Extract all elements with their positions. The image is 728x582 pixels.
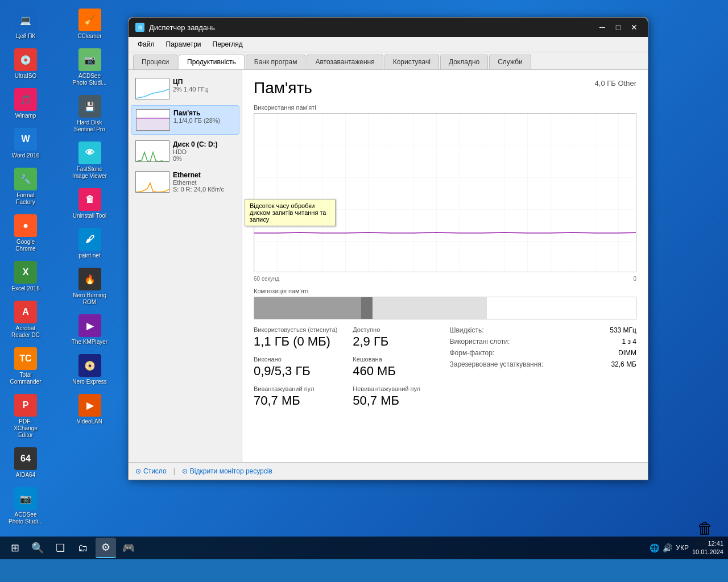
desktop-icon-label-4: Format Factory — [7, 192, 44, 206]
mem-bar-standby — [373, 297, 487, 319]
chart-time-start: 60 секунд — [254, 276, 279, 282]
stat-reserved-label: Зарезервоване устаткування: — [450, 360, 544, 368]
desktop-icon-11[interactable]: 📷ACDSee Photo Studi... — [6, 484, 46, 528]
stat-form-label: Форм-фактор: — [450, 349, 495, 357]
tab-users[interactable]: Користувачі — [384, 55, 439, 69]
desktop-icon-label-7: Acrobat Reader DC — [7, 325, 44, 339]
desktop-icon-img-6: X — [14, 261, 37, 284]
sidebar-item-ethernet[interactable]: Ethernet Ethernet S: 0 R: 24,0 Кбіт/с — [131, 168, 239, 196]
tab-details[interactable]: Докладно — [440, 55, 488, 69]
desktop-icon-label-12: CCleaner — [77, 33, 101, 40]
stat-cached-label: Кешована — [353, 356, 440, 363]
stat-available-value: 2,9 ГБ — [353, 334, 440, 349]
desktop-icon-img-21: ▶ — [78, 394, 101, 417]
cpu-title: ЦП — [173, 78, 208, 86]
network-icon[interactable]: 🌐 — [650, 543, 659, 552]
desktop-icon-img-18: 🔥 — [78, 268, 101, 290]
search-button[interactable]: 🔍 — [27, 538, 48, 558]
system-clock[interactable]: 12:41 10.01.2024 — [692, 539, 723, 557]
open-monitor-button[interactable]: ⊙ Відкрити монітор ресурсів — [182, 467, 272, 475]
desktop-icon-15[interactable]: 👁FastStone Image Viewer — [70, 139, 110, 182]
desktop-icon-19[interactable]: ▶The KMPlayer — [70, 311, 110, 348]
stat-speed-label: Швидкість: — [450, 326, 484, 334]
desktop-icon-img-3: W — [14, 128, 37, 151]
task-view-button[interactable]: ❏ — [50, 538, 71, 558]
desktop-icon-label-6: Excel 2016 — [11, 285, 39, 292]
chart-time-labels: 60 секунд 0 — [254, 275, 636, 283]
panel-subtitle: 4,0 ГБ Other — [595, 79, 636, 88]
desktop-icon-5[interactable]: ●Google Chrome — [6, 211, 46, 255]
menu-file[interactable]: Файл — [133, 39, 159, 50]
game-taskbar-button[interactable]: 🎮 — [118, 538, 139, 558]
tab-services[interactable]: Служби — [489, 55, 531, 69]
desktop-icon-16[interactable]: 🗑Uninstall Tool — [70, 185, 110, 222]
desktop-icon-10[interactable]: 64AIDA64 — [6, 444, 46, 481]
sidebar-item-memory[interactable]: Пам'ять 1,1/4,0 ГБ (28%) — [131, 105, 239, 135]
desktop-icon-6[interactable]: XExcel 2016 — [6, 258, 46, 295]
desktop-icon-9[interactable]: PPDF-XChange Editor — [6, 391, 46, 442]
stat-available: Доступно 2,9 ГБ — [353, 326, 440, 349]
tab-startup[interactable]: Автозавантаження — [307, 55, 383, 69]
tab-processes[interactable]: Процеси — [133, 55, 177, 69]
desktop-icon-20[interactable]: 📀Nero Express — [70, 351, 110, 388]
language-indicator[interactable]: УКР — [676, 544, 689, 552]
volume-icon[interactable]: 🔊 — [663, 543, 672, 552]
stat-committed-label: Виконано — [254, 356, 341, 363]
desktop-icon-3[interactable]: WWord 2016 — [6, 125, 46, 162]
sidebar-item-cpu[interactable]: ЦП 2% 1,40 ГГц — [131, 74, 239, 103]
stat-available-label: Доступно — [353, 326, 440, 333]
tabs-container: Процеси Продуктивність Банк програм Авто… — [129, 52, 648, 70]
desktop-icon-8[interactable]: TCTotal Commander — [6, 344, 46, 388]
desktop-icon-1[interactable]: 💿UltraISO — [6, 45, 46, 82]
compress-button[interactable]: ⊙ Стисло — [135, 467, 167, 475]
desktop-icon-label-17: paint.net — [78, 252, 100, 259]
desktop-icon-7[interactable]: AAcrobat Reader DC — [6, 298, 46, 342]
stat-slots-value: 1 з 4 — [622, 338, 636, 346]
desktop-icon-21[interactable]: ▶VideoLAN — [70, 391, 110, 428]
desktop-icon-14[interactable]: 💾Hard Disk Sentinel Pro — [70, 92, 110, 136]
file-explorer-button[interactable]: 🗂 — [73, 538, 93, 558]
desktop-icon-17[interactable]: 🖌paint.net — [70, 225, 110, 262]
stat-form-row: Форм-фактор: DIMM — [450, 349, 637, 357]
main-content: ЦП 2% 1,40 ГГц Пам'ять — [129, 70, 648, 462]
chart-label: Використання пам'яті — [254, 104, 636, 111]
mem-bar-free — [487, 297, 636, 319]
ethernet-sub1: Ethernet — [173, 179, 224, 186]
memory-panel: Пам'ять 4,0 ГБ Other Використання пам'ят… — [242, 70, 648, 462]
desktop-icon-12[interactable]: 🧹CCleaner — [70, 6, 110, 43]
maximize-button[interactable]: □ — [611, 22, 625, 32]
tab-apphistory[interactable]: Банк програм — [246, 55, 306, 69]
menu-view[interactable]: Перегляд — [208, 39, 247, 50]
stat-reserved-value: 32,6 МБ — [611, 360, 636, 368]
compress-icon: ⊙ — [135, 467, 141, 475]
minimize-button[interactable]: ─ — [595, 22, 609, 32]
desktop-icon-0[interactable]: 💻Цей ПК — [6, 6, 46, 43]
desktop-icon-label-2: Winamp — [15, 113, 36, 119]
start-button[interactable]: ⊞ — [5, 538, 25, 558]
task-manager-taskbar-button[interactable]: ⚙ — [96, 538, 116, 558]
desktop-icon-img-7: A — [14, 301, 37, 323]
desktop-icon-4[interactable]: 🔧Format Factory — [6, 165, 46, 209]
desktop-icon-img-17: 🖌 — [78, 228, 101, 251]
desktop-icon-img-11: 📷 — [14, 487, 37, 510]
clock-date: 10.01.2024 — [692, 548, 723, 556]
desktop-icon-13[interactable]: 📷ACDSee Photo Studi... — [70, 45, 110, 89]
sidebar-item-disk[interactable]: Диск 0 (C: D:) HDD 0% Відсоток часу обро… — [131, 137, 239, 165]
desktop-icon-2[interactable]: 🎵Winamp — [6, 85, 46, 122]
desktop-icon-label-15: FastStone Image Viewer — [72, 166, 108, 180]
tab-performance[interactable]: Продуктивність — [179, 55, 245, 69]
disk-sub1: HDD — [173, 148, 218, 155]
desktop-icon-label-8: Total Commander — [7, 372, 44, 385]
menubar: Файл Параметри Перегляд — [129, 37, 648, 52]
stat-paged: Вивантажуваний пул 70,7 МБ — [254, 385, 341, 408]
memory-composition-bar — [254, 297, 636, 319]
desktop-icon-18[interactable]: 🔥Nero Burning ROM — [70, 265, 110, 309]
desktop-icon-label-14: Hard Disk Sentinel Pro — [72, 119, 108, 133]
close-button[interactable]: ✕ — [627, 22, 641, 32]
stat-paged-label: Вивантажуваний пул — [254, 385, 341, 392]
desktop-icon-label-1: UltraISO — [15, 73, 36, 80]
task-manager-window: ⚙ Диспетчер завдань ─ □ ✕ Файл Параметри… — [128, 17, 648, 480]
menu-params[interactable]: Параметри — [162, 39, 206, 50]
stats-container: Використовується (стиснута) 1,1 ГБ (0 МБ… — [254, 326, 636, 408]
disk-title: Диск 0 (C: D:) — [173, 140, 218, 148]
